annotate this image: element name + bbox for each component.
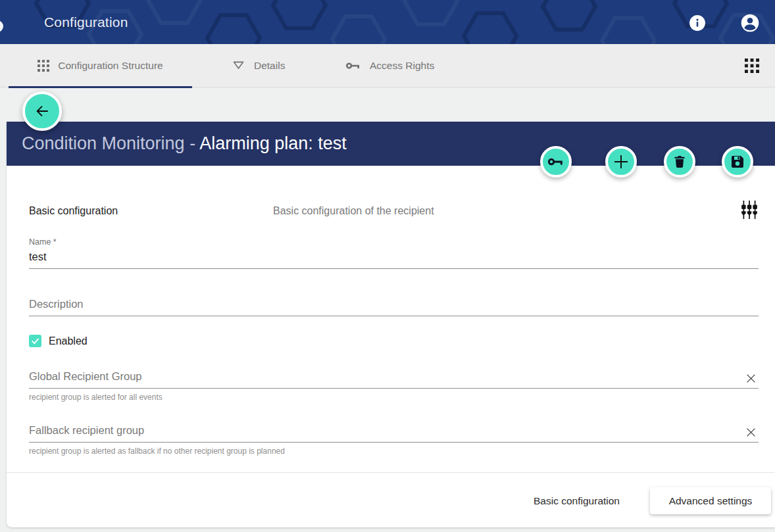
section-subtitle: Basic configuration of the recipient <box>273 205 434 217</box>
banner-title: Condition Monitoring - Alarming plan: te… <box>22 122 347 166</box>
active-tab-underline <box>9 86 192 88</box>
basic-configuration-button[interactable]: Basic configuration <box>530 487 624 514</box>
clear-icon <box>746 374 756 383</box>
advanced-settings-button[interactable]: Advanced settings <box>650 487 771 514</box>
tab-label: Access Rights <box>370 60 434 72</box>
account-icon <box>741 14 759 32</box>
add-fab[interactable] <box>605 146 637 178</box>
app-header: Configuration <box>0 0 775 44</box>
footer-divider <box>7 472 775 473</box>
clear-global-recipient-button[interactable] <box>745 374 757 385</box>
description-input[interactable] <box>29 298 759 316</box>
page-title: Configuration <box>44 0 128 44</box>
tab-bar: Configuration Structure Details Access R… <box>0 44 775 87</box>
delete-fab[interactable] <box>664 146 695 178</box>
tab-configuration-structure[interactable]: Configuration Structure <box>9 44 192 87</box>
add-icon <box>611 152 631 172</box>
clear-icon <box>746 427 756 437</box>
title-banner: Condition Monitoring - Alarming plan: te… <box>7 122 775 166</box>
clear-fallback-recipient-button[interactable] <box>745 427 757 439</box>
back-arrow-icon <box>34 103 51 120</box>
tab-label: Configuration Structure <box>58 60 162 72</box>
tab-access-rights[interactable]: Access Rights <box>345 44 434 87</box>
key-icon <box>547 155 564 169</box>
tab-label: Details <box>254 60 285 72</box>
grid-icon <box>38 60 49 72</box>
delete-icon <box>672 154 688 170</box>
name-input[interactable] <box>29 251 759 269</box>
key-icon <box>345 59 361 72</box>
fallback-recipient-group-input[interactable] <box>29 424 759 443</box>
global-recipient-group-input[interactable] <box>29 370 759 389</box>
global-recipient-helper: recipient group is alerted for all event… <box>29 393 162 402</box>
tune-settings-button[interactable] <box>740 201 759 220</box>
apps-menu-button[interactable] <box>745 59 759 73</box>
apps-icon <box>745 59 759 73</box>
account-button[interactable] <box>741 14 759 32</box>
section-title: Basic configuration <box>29 205 118 217</box>
funnel-icon <box>232 59 245 73</box>
enabled-checkbox-row[interactable]: Enabled <box>29 335 88 347</box>
save-fab[interactable] <box>722 146 753 178</box>
info-icon <box>689 14 706 32</box>
tab-details[interactable]: Details <box>232 44 285 87</box>
info-button[interactable] <box>689 14 706 32</box>
back-button[interactable] <box>22 91 62 131</box>
check-icon <box>30 336 40 346</box>
content-card: Condition Monitoring - Alarming plan: te… <box>7 122 775 527</box>
enabled-checkbox[interactable] <box>29 335 41 347</box>
save-icon <box>730 154 745 170</box>
fallback-recipient-helper: recipient group is alerted as fallback i… <box>29 447 285 456</box>
tune-icon <box>741 201 758 219</box>
name-field-label: Name * <box>29 237 57 247</box>
banner-title-item: Alarming plan: test <box>199 133 347 153</box>
screen: Configuration Configuration Structur <box>0 0 775 532</box>
enabled-label: Enabled <box>49 335 88 347</box>
banner-title-prefix: Condition Monitoring - <box>22 133 199 153</box>
access-rights-fab[interactable] <box>540 146 572 178</box>
